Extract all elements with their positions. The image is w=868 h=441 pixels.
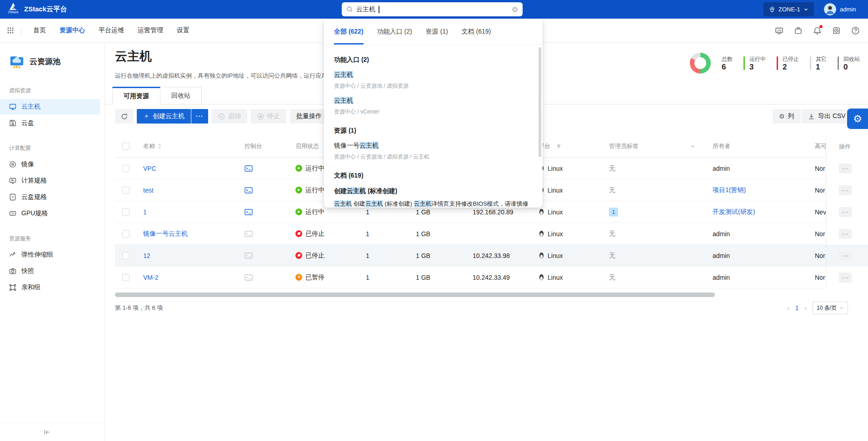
vm-name-link[interactable]: 镜像一号云主机 <box>143 230 188 238</box>
user-menu[interactable]: admin <box>824 3 856 15</box>
row-actions-button[interactable]: ··· <box>839 207 852 217</box>
stat-bar <box>810 56 811 70</box>
vm-name-link[interactable]: 12 <box>143 252 150 259</box>
owner: admin <box>709 274 811 281</box>
sidebar-item-snapshot[interactable]: 快照 <box>0 263 100 279</box>
apps-grid-icon[interactable] <box>7 27 14 34</box>
tab-all[interactable]: 全部 (622) <box>334 19 364 45</box>
vm-name-link[interactable]: VM-2 <box>143 274 158 281</box>
row-actions-button[interactable]: ··· <box>839 185 852 195</box>
platform-label: Linux <box>548 165 563 172</box>
row-checkbox[interactable] <box>122 208 130 216</box>
nav-resource-center[interactable]: 资源中心 <box>53 26 92 35</box>
console-icon[interactable] <box>244 165 253 172</box>
batch-actions-button[interactable]: 批量操作 <box>290 109 328 124</box>
row-checkbox[interactable] <box>122 165 130 172</box>
export-csv-button[interactable]: 导出 CSV <box>802 109 852 124</box>
top-app-bar: ZStack ZStack云平台 云主机 ZONE-1 admin <box>0 0 868 19</box>
vm-name-link[interactable]: test <box>143 187 154 194</box>
sort-icon[interactable] <box>158 143 162 149</box>
stop-button[interactable]: 停止 <box>251 109 286 124</box>
sidebar-item-disk-offering[interactable]: 云盘规格 <box>0 189 100 205</box>
notifications-bell-icon[interactable] <box>813 26 822 35</box>
page-size-select[interactable]: 10 条/页 <box>813 302 848 314</box>
sidebar-collapse[interactable] <box>0 423 105 441</box>
console-icon[interactable] <box>244 209 253 215</box>
row-checkbox[interactable] <box>122 274 130 281</box>
result-title[interactable]: 云主机 <box>334 71 533 79</box>
sidebar-item-image[interactable]: 镜像 <box>0 157 100 172</box>
header-owner: 所有者 <box>709 142 811 150</box>
start-button[interactable]: 启动 <box>212 109 247 124</box>
create-more-button[interactable]: ··· <box>191 109 208 124</box>
refresh-button[interactable] <box>115 109 133 124</box>
sidebar-item-affinity-group[interactable]: 亲和组 <box>0 280 100 295</box>
settings-fab[interactable]: ⚙ <box>847 109 868 129</box>
clear-search-icon[interactable] <box>512 6 518 13</box>
result-title[interactable]: 镜像一号云主机 <box>334 142 533 150</box>
row-checkbox[interactable] <box>122 230 130 238</box>
gear-icon: ⚙ <box>779 113 785 119</box>
row-actions-button[interactable]: ··· <box>839 251 852 261</box>
chevron-down-icon <box>839 306 844 310</box>
search-result-item[interactable]: 云主机 资源中心 / 云资源池 / 虚拟资源 <box>334 71 533 90</box>
plus-icon: ＋ <box>143 112 150 120</box>
doc-result-title[interactable]: 创建云主机 (标准创建) <box>334 187 533 195</box>
nav-home[interactable]: 首页 <box>26 26 53 35</box>
row-actions-button[interactable]: ··· <box>839 164 852 173</box>
nav-operation-mgmt[interactable]: 运营管理 <box>131 26 170 35</box>
global-search-input[interactable]: 云主机 <box>342 2 523 16</box>
console-icon[interactable] <box>244 187 253 193</box>
tab-entries[interactable]: 功能入口 (2) <box>377 19 412 45</box>
current-page[interactable]: 1 <box>795 304 799 312</box>
admin-tag-badge[interactable]: 1 <box>609 208 618 217</box>
toolbox-icon[interactable] <box>794 26 803 35</box>
nav-settings[interactable]: 设置 <box>170 26 196 35</box>
vm-name-link[interactable]: VPC <box>143 165 156 172</box>
console-monitor-icon[interactable] <box>775 26 783 35</box>
sidebar-item-autoscaling[interactable]: 弹性伸缩组 <box>0 247 100 263</box>
section-entries-heading: 功能入口 (2) <box>334 56 533 64</box>
row-checkbox[interactable] <box>122 187 130 194</box>
header-name[interactable]: 名称 <box>143 142 155 150</box>
task-history-icon[interactable] <box>832 26 841 35</box>
columns-button[interactable]: ⚙ 列 <box>773 109 801 124</box>
search-result-item[interactable]: 镜像一号云主机 资源中心 / 云资源池 / 虚拟资源 / 云主机 <box>334 142 533 161</box>
row-actions-button[interactable]: ··· <box>839 229 852 239</box>
owner-link[interactable]: 开发测试(研发) <box>713 208 755 216</box>
sidebar-item-instance-offering[interactable]: 计算规格 <box>0 173 100 188</box>
tab-available-resources[interactable]: 可用资源 <box>112 87 160 104</box>
select-all-checkbox[interactable] <box>122 143 130 150</box>
sidebar-item-vm[interactable]: 云主机 <box>0 99 100 114</box>
horizontal-scrollbar[interactable] <box>115 292 715 297</box>
help-icon[interactable] <box>851 26 860 35</box>
sidebar-item-gpu-offering[interactable]: GPU规格 <box>0 206 100 221</box>
nav-platform-ops[interactable]: 平台运维 <box>92 26 131 35</box>
row-actions-button[interactable]: ··· <box>839 273 852 282</box>
panel-scrollbar[interactable] <box>539 47 541 157</box>
console-icon[interactable] <box>244 274 253 281</box>
doc-result-snippet: 云主机 创建云主机 (标准创建) 云主机详情页支持修改BIOS模式，请谨慎修改，… <box>334 199 532 208</box>
next-page-icon[interactable]: › <box>804 304 807 312</box>
owner-link[interactable]: 项目1(营销) <box>713 186 746 194</box>
row-checkbox[interactable] <box>122 252 130 259</box>
sidebar-title: 云资源池 <box>0 43 105 69</box>
platform-label: Linux <box>548 187 563 194</box>
admin-tag: 无 <box>604 252 709 260</box>
search-result-item[interactable]: 云主机 资源中心 / vCenter <box>334 97 533 116</box>
vm-name-link[interactable]: 1 <box>143 208 147 216</box>
tab-docs[interactable]: 文档 (619) <box>462 19 491 45</box>
result-title[interactable]: 云主机 <box>334 97 533 105</box>
sidebar-item-volume[interactable]: 云盘 <box>0 115 100 131</box>
console-icon[interactable] <box>244 231 253 237</box>
prev-page-icon[interactable]: ‹ <box>787 304 789 312</box>
zone-selector[interactable]: ZONE-1 <box>763 2 814 16</box>
console-icon[interactable] <box>244 253 253 259</box>
filter-icon[interactable] <box>556 144 561 149</box>
chevron-down-icon[interactable] <box>690 144 695 149</box>
header-console: 控制台 <box>241 142 291 150</box>
tab-recycle-bin[interactable]: 回收站 <box>160 87 202 104</box>
create-vm-button[interactable]: ＋ 创建云主机 <box>137 109 191 124</box>
linux-penguin-icon <box>539 230 544 237</box>
tab-resources[interactable]: 资源 (1) <box>426 19 448 45</box>
